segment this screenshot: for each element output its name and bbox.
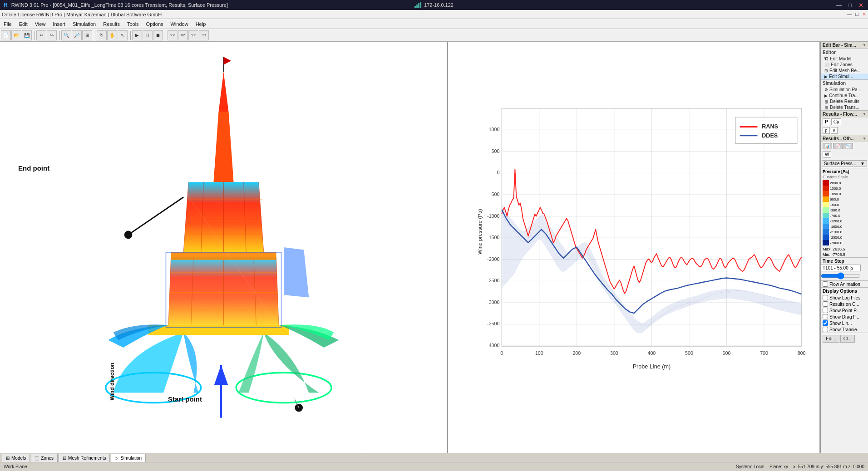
wind-direction-label: Wind direction [109,363,115,400]
oth-btn1[interactable]: 📊 [823,143,832,149]
sv-n750: -750.0 [830,214,842,218]
edit-mesh-item[interactable]: ⊞ Edit Mesh Re... [821,68,868,74]
menu-results[interactable]: Results [99,20,123,28]
edit-zones-item[interactable]: ⬜ Edit Zones [821,62,868,68]
coord-label: x: 551.709 m y: 595.881 m z: 0.000 [793,464,864,469]
tb-3d[interactable]: 3D [199,30,209,40]
tb-zoom-out[interactable]: 🔎 [72,30,82,40]
menu-options[interactable]: Options [143,20,167,28]
status-bar: Work Plane System: Local Plane: xy x: 55… [0,462,868,471]
menu-window[interactable]: Window [167,20,192,28]
color-7000n [823,240,829,245]
tb-open[interactable]: 📂 [11,30,21,40]
edit-zones-label: Edit Zones [831,62,853,67]
results-oth-header[interactable]: Results - Oth... ▼ [821,135,868,142]
menu-tools[interactable]: Tools [123,20,143,28]
tb-save[interactable]: 💾 [22,30,32,40]
sim-params-label: Simulation Pa... [829,87,861,92]
show-log-files-row[interactable]: Show Log Files [821,294,868,301]
oth-btn3[interactable]: 📉 [843,143,853,149]
show-transie-row[interactable]: Show Transie... [821,326,868,333]
tb-new[interactable]: 📄 [1,30,11,40]
flow-animation-checkbox[interactable] [823,281,828,287]
show-transie-checkbox[interactable] [823,327,828,332]
svg-text:-3000: -3000 [487,299,499,305]
3d-viewport[interactable]: End point Start point Wind direction [0,42,448,453]
tb-redo[interactable]: ↪ [47,30,57,40]
show-point-p-row[interactable]: Show Point P... [821,307,868,314]
sec-maximize[interactable]: □ [855,11,858,17]
time-step-input[interactable] [821,265,861,271]
cp-btn[interactable]: Cp [831,118,842,125]
tb-render[interactable]: ▶ [132,30,142,40]
edit-simul-item[interactable]: ▶ Edit Simul... [821,74,868,79]
show-drag-f-checkbox[interactable] [823,314,828,319]
sv-1500: 1500.0 [830,186,842,191]
close-button[interactable]: ✕ [857,1,864,9]
show-lin-row[interactable]: Show Lin... [821,320,868,326]
tb-stop[interactable]: ⏹ [153,30,163,40]
delete-results-item[interactable]: 🗑 Delete Results [821,98,868,104]
show-log-files-checkbox[interactable] [823,295,828,300]
tb-fit[interactable]: ⊞ [82,30,92,40]
system-label: System: Local [736,464,764,469]
tab-simulation[interactable]: ▷ Simulation [111,454,146,462]
menu-file[interactable]: File [0,20,15,28]
tb-pan[interactable]: ✋ [107,30,117,40]
tb-view2[interactable]: XZ [178,30,188,40]
editor-label: Editor [821,49,868,56]
tab-zones[interactable]: ⬚ Zones [31,454,58,462]
ip-address: 172-16.0.122 [424,2,454,8]
v-btn[interactable]: v [831,127,838,134]
tb-zoom-in[interactable]: 🔍 [61,30,71,40]
w-btn[interactable]: W [823,151,831,158]
sec-minimize[interactable]: — [847,11,852,17]
sec-close[interactable]: ✕ [862,11,866,17]
window-title: RWIND 3.01 Pro - [0054_M01_Eiffel_LongTi… [11,2,228,8]
results-flow-header[interactable]: Results - Flow... ▼ [821,111,868,118]
tb-select[interactable]: ↖ [118,30,128,40]
edi-button[interactable]: Edi... [823,335,839,343]
maximize-button[interactable]: □ [846,1,853,9]
oth-btn2[interactable]: 📈 [833,143,843,149]
p-btn[interactable]: p [823,127,830,134]
time-step-section: Time Step [821,258,868,281]
tb-rotate[interactable]: ↻ [97,30,107,40]
sim-params-item[interactable]: ⚙ Simulation Pa... [821,87,868,93]
menu-view[interactable]: View [31,20,49,28]
edit-simul-icon: ▶ [824,74,828,79]
color-300n [823,207,829,213]
continue-trans-item[interactable]: ▶ Continue Tra... [821,93,868,98]
show-drag-f-row[interactable]: Show Drag F... [821,314,868,320]
surface-press-dropdown[interactable]: Surface Press... ▼ [822,160,867,167]
tb-pause[interactable]: ⏸ [143,30,153,40]
show-point-p-checkbox[interactable] [823,308,828,313]
delete-trans-item[interactable]: 🗑 Delete Trans... [821,104,868,110]
pressure-btn[interactable]: P [823,118,830,125]
flow-animation-row[interactable]: Flow Animation [821,281,868,287]
cl-button[interactable]: Cl... [840,335,855,343]
menu-simulation[interactable]: Simulation [69,20,99,28]
tb-view3[interactable]: YZ [188,30,198,40]
display-options-section: Display Options Show Log Files Results o… [821,288,868,333]
time-step-slider[interactable] [821,272,861,280]
tb-undo[interactable]: ↩ [36,30,46,40]
menu-insert[interactable]: Insert [49,20,69,28]
svg-text:1000: 1000 [489,127,500,132]
tab-models[interactable]: ⊞ Models [2,454,30,462]
sv-1050: 1050.0 [830,192,842,196]
show-lin-checkbox[interactable] [823,320,828,326]
edit-bar-section: Edit Bar - Sim... ▼ [821,42,868,49]
right-panel: Edit Bar - Sim... ▼ Editor 🏗 Edit Model … [820,42,868,453]
tab-mesh-refinements[interactable]: ⊟ Mesh Refinements [59,454,110,462]
edit-model-item[interactable]: 🏗 Edit Model [821,56,868,62]
menu-edit[interactable]: Edit [15,20,31,28]
results-on-c-checkbox[interactable] [823,301,828,307]
results-on-c-label: Results on C... [829,302,859,307]
minimize-button[interactable]: — [835,1,843,9]
edit-bar-header[interactable]: Edit Bar - Sim... ▼ [821,42,868,49]
menu-help[interactable]: Help [192,20,210,28]
results-on-c-row[interactable]: Results on C... [821,301,868,307]
tb-view1[interactable]: XY [168,30,178,40]
sv-600: 600.0 [830,197,842,201]
